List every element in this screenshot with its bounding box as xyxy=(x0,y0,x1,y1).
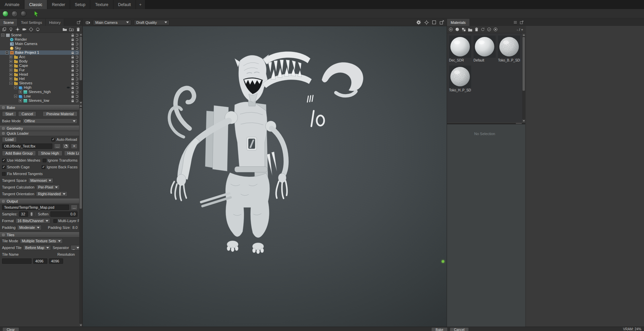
quality-dropdown[interactable]: Draft Quality xyxy=(134,20,169,25)
tree-item[interactable]: Render xyxy=(0,37,82,42)
geometry-file-input[interactable]: OBJ/Body_Test.fbx xyxy=(2,143,52,149)
tab-texture[interactable]: Texture xyxy=(90,0,113,9)
lock-icon[interactable] xyxy=(71,64,74,67)
sync-icon[interactable] xyxy=(76,56,78,58)
tree-item[interactable]: Acc xyxy=(0,55,82,59)
viewport-settings-gear-icon[interactable] xyxy=(416,20,421,25)
apply-check-icon[interactable] xyxy=(487,27,492,32)
lock-icon[interactable] xyxy=(71,69,74,72)
lock-icon[interactable] xyxy=(71,95,74,98)
scrollbar-thumb[interactable] xyxy=(80,37,82,80)
tab-animate[interactable]: Animate xyxy=(0,0,24,9)
material-item[interactable]: Toko_H..P_SDR xyxy=(449,66,471,92)
library-menu-icon[interactable] xyxy=(513,20,518,25)
tile-name-input[interactable] xyxy=(2,258,32,264)
expander-icon[interactable] xyxy=(19,99,22,102)
format-dropdown[interactable]: 16 Bits/Channel xyxy=(15,218,50,223)
tab-default[interactable]: Default xyxy=(113,0,136,9)
light-icon[interactable] xyxy=(8,27,13,32)
load-button[interactable]: Load xyxy=(2,137,17,142)
add-folder-icon[interactable] xyxy=(69,27,74,32)
tree-item[interactable]: Sleeves_high xyxy=(0,90,82,94)
lock-icon[interactable] xyxy=(71,42,74,45)
delete-icon[interactable] xyxy=(76,27,81,32)
bake-cancel-button[interactable]: Cancel xyxy=(18,111,36,117)
hide-low-button[interactable]: Hide Low xyxy=(64,151,80,156)
clear-button[interactable]: Clear xyxy=(2,327,19,331)
render-sphere-green-icon[interactable] xyxy=(2,11,8,17)
resolution-width-input[interactable]: 4096 xyxy=(33,258,47,264)
append-tile-dropdown[interactable]: Before Map xyxy=(23,245,51,250)
expander-icon[interactable] xyxy=(9,82,12,85)
lock-icon[interactable] xyxy=(71,90,74,93)
add-material-icon[interactable] xyxy=(448,27,453,32)
lock-icon[interactable] xyxy=(71,38,74,41)
tree-item[interactable]: Sleeves xyxy=(0,81,82,85)
sky-icon[interactable] xyxy=(15,27,20,32)
smooth-cage-checkbox[interactable] xyxy=(2,165,6,169)
sync-icon[interactable] xyxy=(76,73,78,76)
delete-icon[interactable] xyxy=(474,27,479,32)
new-sphere-material-icon[interactable] xyxy=(455,27,460,32)
scroll-up-arrow[interactable] xyxy=(79,33,82,36)
lock-icon[interactable] xyxy=(71,47,74,50)
tangent-orientation-dropdown[interactable]: Right-Handed xyxy=(36,191,67,197)
scroll-down-arrow[interactable] xyxy=(522,119,525,122)
sync-icon[interactable] xyxy=(76,91,78,93)
fix-mirrored-tangents-checkbox[interactable] xyxy=(2,172,6,176)
material-pager[interactable]: - / + xyxy=(517,28,524,32)
resolution-height-input[interactable]: 4096 xyxy=(49,258,63,264)
tree-item-selected[interactable]: Bake Project 1 xyxy=(0,50,82,55)
expander-icon[interactable] xyxy=(9,69,12,72)
scene-tree-scrollbar[interactable] xyxy=(79,33,82,104)
show-high-button[interactable]: Show High xyxy=(38,151,62,156)
tree-item[interactable]: Cape xyxy=(0,64,82,68)
ignore-transforms-checkbox[interactable] xyxy=(43,159,46,162)
clear-file-button[interactable] xyxy=(71,143,78,149)
reload-file-button[interactable] xyxy=(62,143,69,149)
select-tool-cursor-icon[interactable] xyxy=(34,11,39,17)
expander-icon[interactable] xyxy=(9,64,12,67)
sync-icon[interactable] xyxy=(76,60,78,63)
bake-button[interactable]: Bake xyxy=(431,327,448,331)
lock-icon[interactable] xyxy=(71,60,74,63)
tangent-space-dropdown[interactable]: Marmoset xyxy=(28,178,53,183)
sync-icon[interactable] xyxy=(76,65,78,67)
sync-icon[interactable] xyxy=(76,78,78,80)
samples-input[interactable]: 32 xyxy=(19,211,28,217)
properties-scrollbar[interactable] xyxy=(79,104,82,327)
panel-popout-icon[interactable] xyxy=(519,20,524,25)
tab-classic[interactable]: Classic xyxy=(24,0,47,9)
expander-icon[interactable] xyxy=(9,73,12,76)
separator-dropdown[interactable]: _ xyxy=(70,245,80,250)
bake-mode-dropdown[interactable]: Offline xyxy=(22,118,78,124)
expander-icon[interactable] xyxy=(14,95,17,98)
multi-layer-psd-checkbox[interactable] xyxy=(53,219,57,223)
tiles-section-header[interactable]: Tiles xyxy=(0,232,80,238)
bake-start-button[interactable]: Start xyxy=(2,111,16,117)
expander-icon[interactable] xyxy=(9,77,12,80)
expander-icon[interactable] xyxy=(5,51,8,54)
use-hidden-meshes-checkbox[interactable] xyxy=(2,159,6,162)
ignore-back-faces-checkbox[interactable] xyxy=(42,165,45,169)
expander-icon[interactable] xyxy=(1,34,4,37)
expander-icon[interactable] xyxy=(19,90,22,93)
viewport-pivot-icon[interactable] xyxy=(424,20,429,25)
soften-input[interactable]: 0.0 xyxy=(50,211,78,217)
camera-icon[interactable] xyxy=(22,27,27,32)
sync-icon[interactable] xyxy=(76,82,78,85)
viewport-3d[interactable]: Main Camera Draft Quality xyxy=(83,19,447,327)
tangent-calculation-dropdown[interactable]: Per-Pixel xyxy=(36,184,60,190)
cancel-button[interactable]: Cancel xyxy=(450,327,469,331)
render-sphere-ring-icon[interactable] xyxy=(11,11,17,17)
camera-dropdown[interactable]: Main Camera xyxy=(93,20,131,25)
material-item[interactable]: Dec_SDR xyxy=(449,36,471,62)
lock-icon[interactable] xyxy=(71,73,74,76)
slider-handle[interactable] xyxy=(35,212,36,216)
expander-icon[interactable] xyxy=(9,55,12,58)
tree-item[interactable]: Fur xyxy=(0,68,82,72)
folder-icon[interactable] xyxy=(467,27,473,32)
tile-mode-dropdown[interactable]: Multiple Texture Sets xyxy=(20,238,63,244)
sync-icon[interactable] xyxy=(76,47,78,50)
lock-icon[interactable] xyxy=(71,82,74,85)
